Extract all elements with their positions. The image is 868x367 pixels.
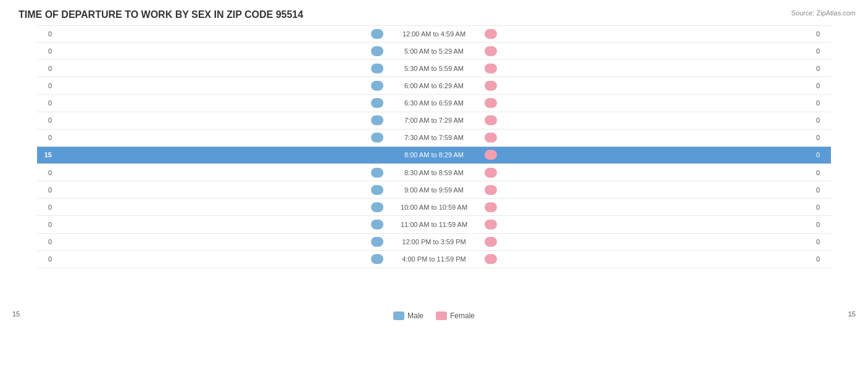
rows-area: 012:00 AM to 4:59 AM005:00 AM to 5:29 AM… <box>37 25 831 303</box>
row-label: 5:30 AM to 5:59 AM <box>385 65 483 72</box>
female-bar <box>485 64 497 73</box>
male-bar-area <box>56 168 385 178</box>
male-bar <box>371 202 383 212</box>
female-bar-area <box>483 168 812 178</box>
male-bar-area <box>56 115 385 125</box>
male-bar <box>56 150 383 160</box>
male-bar <box>371 98 383 108</box>
male-bar-area <box>56 81 385 91</box>
female-bar-area <box>483 150 812 160</box>
row-label: 12:00 AM to 4:59 AM <box>385 30 483 38</box>
female-bar-area <box>483 98 812 108</box>
left-value: 0 <box>37 255 56 263</box>
source-label: Source: ZipAtlas.com <box>791 9 856 17</box>
right-value: 0 <box>812 134 831 141</box>
female-bar <box>485 81 497 91</box>
male-bar-area <box>56 64 385 73</box>
right-value: 0 <box>812 204 831 211</box>
male-bar-area <box>56 133 385 142</box>
chart-container: TIME OF DEPARTURE TO WORK BY SEX IN ZIP … <box>0 0 868 367</box>
female-bar <box>485 185 497 195</box>
male-bar <box>371 64 383 73</box>
male-bar <box>371 254 383 264</box>
row-label: 12:00 PM to 3:59 PM <box>385 238 483 245</box>
male-bar-area <box>56 185 385 195</box>
right-value: 0 <box>812 99 831 107</box>
bar-row: 07:00 AM to 7:29 AM0 <box>37 112 831 130</box>
right-value: 0 <box>812 30 831 38</box>
male-label: Male <box>407 311 424 320</box>
male-bar-area <box>56 202 385 212</box>
row-label: 11:00 AM to 11:59 AM <box>385 221 483 228</box>
left-value: 0 <box>37 221 56 228</box>
male-bar-area <box>56 98 385 108</box>
female-bar <box>485 133 497 142</box>
bar-row: 04:00 PM to 11:59 PM0 <box>37 251 831 268</box>
right-value: 0 <box>812 238 831 245</box>
left-value: 15 <box>37 151 56 159</box>
right-value: 0 <box>812 221 831 228</box>
female-bar <box>485 168 497 178</box>
male-bar-area <box>56 150 385 160</box>
male-swatch <box>393 311 404 320</box>
female-bar-area <box>483 237 812 247</box>
female-bar-area <box>483 46 812 56</box>
female-bar <box>485 46 497 56</box>
left-value: 0 <box>37 30 56 38</box>
bar-row: 010:00 AM to 10:59 AM0 <box>37 199 831 216</box>
bar-row: 06:00 AM to 6:29 AM0 <box>37 77 831 94</box>
female-bar <box>485 98 497 108</box>
female-bar <box>485 150 497 160</box>
left-value: 0 <box>37 134 56 141</box>
male-bar-area <box>56 46 385 56</box>
row-label: 10:00 AM to 10:59 AM <box>385 204 483 211</box>
row-label: 6:00 AM to 6:29 AM <box>385 82 483 89</box>
male-bar-area <box>56 254 385 264</box>
legend-male: Male <box>393 311 424 320</box>
female-bar-area <box>483 115 812 125</box>
female-bar <box>485 254 497 264</box>
bar-row: 05:00 AM to 5:29 AM0 <box>37 43 831 60</box>
legend-area: Male Female <box>393 311 475 320</box>
male-bar <box>371 46 383 56</box>
bar-row: 08:30 AM to 8:59 AM0 <box>37 164 831 181</box>
row-label: 4:00 PM to 11:59 PM <box>385 255 483 263</box>
bar-row: 05:30 AM to 5:59 AM0 <box>37 60 831 77</box>
left-value: 0 <box>37 82 56 89</box>
female-bar <box>485 237 497 247</box>
left-value: 0 <box>37 169 56 176</box>
row-label: 9:00 AM to 9:59 AM <box>385 186 483 194</box>
female-bar <box>485 202 497 212</box>
row-label: 7:30 AM to 7:59 AM <box>385 134 483 141</box>
bar-row: 158:00 AM to 8:29 AM0 <box>37 147 831 164</box>
chart-title: TIME OF DEPARTURE TO WORK BY SEX IN ZIP … <box>12 9 856 20</box>
bar-row: 012:00 PM to 3:59 PM0 <box>37 234 831 251</box>
row-label: 6:30 AM to 6:59 AM <box>385 99 483 107</box>
male-bar-area <box>56 29 385 39</box>
legend-female: Female <box>436 311 475 320</box>
left-value: 0 <box>37 47 56 55</box>
male-bar <box>371 168 383 178</box>
female-bar <box>485 115 497 125</box>
female-bar-area <box>483 185 812 195</box>
female-bar-area <box>483 81 812 91</box>
male-bar <box>371 115 383 125</box>
right-value: 0 <box>812 255 831 263</box>
row-label: 8:30 AM to 8:59 AM <box>385 169 483 176</box>
female-bar <box>485 220 497 229</box>
right-value: 0 <box>812 117 831 124</box>
male-bar <box>371 220 383 229</box>
axis-left-bottom: 15 <box>12 310 20 318</box>
row-label: 8:00 AM to 8:29 AM <box>385 151 483 159</box>
female-bar-area <box>483 64 812 73</box>
male-bar <box>371 133 383 142</box>
left-value: 0 <box>37 99 56 107</box>
axis-right-bottom: 15 <box>848 310 856 318</box>
bar-row: 012:00 AM to 4:59 AM0 <box>37 25 831 43</box>
left-value: 0 <box>37 238 56 245</box>
row-label: 5:00 AM to 5:29 AM <box>385 47 483 55</box>
female-bar-area <box>483 133 812 142</box>
left-value: 0 <box>37 65 56 72</box>
right-value: 0 <box>812 151 831 159</box>
right-value: 0 <box>812 186 831 194</box>
